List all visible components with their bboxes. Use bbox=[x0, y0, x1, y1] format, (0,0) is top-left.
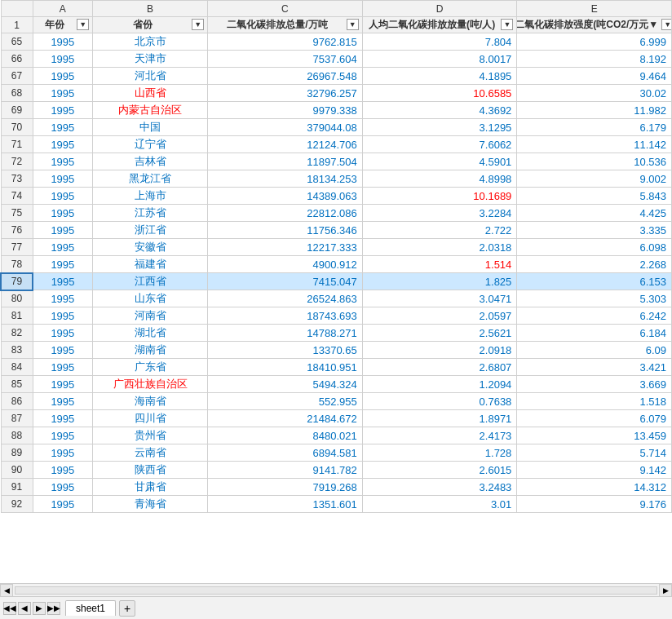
province-cell[interactable]: 辽宁省 bbox=[93, 136, 208, 153]
year-cell[interactable]: 1995 bbox=[33, 85, 93, 102]
co2-total-cell[interactable]: 32796.257 bbox=[208, 85, 363, 102]
co2-per-capita-cell[interactable]: 10.1689 bbox=[362, 188, 517, 205]
co2-per-capita-cell[interactable]: 4.1895 bbox=[362, 68, 517, 85]
col-letter-a[interactable]: A bbox=[33, 1, 93, 17]
year-cell[interactable]: 1995 bbox=[33, 376, 93, 393]
co2-per-capita-cell[interactable]: 2.5621 bbox=[362, 325, 517, 342]
co2-per-capita-cell[interactable]: 1.825 bbox=[362, 273, 517, 290]
year-cell[interactable]: 1995 bbox=[33, 222, 93, 239]
co2-per-capita-cell[interactable]: 2.6015 bbox=[362, 462, 517, 479]
province-cell[interactable]: 天津市 bbox=[93, 51, 208, 68]
co2-intensity-cell[interactable]: 4.425 bbox=[517, 205, 672, 222]
province-cell[interactable]: 云南省 bbox=[93, 444, 208, 462]
year-cell[interactable]: 1995 bbox=[33, 410, 93, 427]
co2-total-cell[interactable]: 18134.253 bbox=[208, 170, 363, 188]
year-cell[interactable]: 1995 bbox=[33, 205, 93, 222]
co2-per-capita-cell[interactable]: 1.2094 bbox=[362, 376, 517, 393]
year-cell[interactable]: 1995 bbox=[33, 188, 93, 205]
co2-total-cell[interactable]: 22812.086 bbox=[208, 205, 363, 222]
province-cell[interactable]: 北京市 bbox=[93, 33, 208, 51]
co2-per-capita-cell[interactable]: 7.6062 bbox=[362, 136, 517, 153]
co2-per-capita-cell[interactable]: 2.0318 bbox=[362, 239, 517, 256]
co2-intensity-cell[interactable]: 9.002 bbox=[517, 170, 672, 188]
year-cell[interactable]: 1995 bbox=[33, 427, 93, 444]
co2-per-capita-cell[interactable]: 4.5901 bbox=[362, 153, 517, 170]
co2-per-capita-cell[interactable]: 3.0471 bbox=[362, 290, 517, 307]
province-cell[interactable]: 黑龙江省 bbox=[93, 170, 208, 188]
co2-per-capita-cell[interactable]: 1.728 bbox=[362, 444, 517, 462]
col-b-filter[interactable]: ▼ bbox=[192, 19, 204, 30]
co2-total-cell[interactable]: 4900.912 bbox=[208, 256, 363, 273]
co2-total-cell[interactable]: 379044.08 bbox=[208, 119, 363, 136]
year-cell[interactable]: 1995 bbox=[33, 102, 93, 119]
co2-intensity-cell[interactable]: 11.982 bbox=[517, 102, 672, 119]
co2-total-cell[interactable]: 11756.346 bbox=[208, 222, 363, 239]
add-sheet-button[interactable]: + bbox=[119, 600, 135, 617]
province-cell[interactable]: 广西壮族自治区 bbox=[93, 376, 208, 393]
year-cell[interactable]: 1995 bbox=[33, 325, 93, 342]
col-letter-c[interactable]: C bbox=[208, 1, 363, 17]
co2-total-cell[interactable]: 13370.65 bbox=[208, 342, 363, 359]
nav-next-btn[interactable]: ▶ bbox=[33, 602, 46, 615]
co2-per-capita-cell[interactable]: 4.8998 bbox=[362, 170, 517, 188]
province-cell[interactable]: 湖南省 bbox=[93, 342, 208, 359]
co2-total-cell[interactable]: 7415.047 bbox=[208, 273, 363, 290]
year-cell[interactable]: 1995 bbox=[33, 239, 93, 256]
province-cell[interactable]: 甘肃省 bbox=[93, 479, 208, 496]
co2-intensity-cell[interactable]: 6.079 bbox=[517, 410, 672, 427]
co2-intensity-cell[interactable]: 14.312 bbox=[517, 479, 672, 496]
co2-total-cell[interactable]: 21484.672 bbox=[208, 410, 363, 427]
province-cell[interactable]: 河南省 bbox=[93, 307, 208, 325]
province-cell[interactable]: 陕西省 bbox=[93, 462, 208, 479]
year-cell[interactable]: 1995 bbox=[33, 290, 93, 307]
co2-intensity-cell[interactable]: 9.464 bbox=[517, 68, 672, 85]
year-cell[interactable]: 1995 bbox=[33, 153, 93, 170]
co2-per-capita-cell[interactable]: 10.6585 bbox=[362, 85, 517, 102]
province-cell[interactable]: 山东省 bbox=[93, 290, 208, 307]
co2-per-capita-cell[interactable]: 1.8971 bbox=[362, 410, 517, 427]
col-letter-d[interactable]: D bbox=[362, 1, 517, 17]
co2-intensity-cell[interactable]: 1.518 bbox=[517, 393, 672, 410]
year-cell[interactable]: 1995 bbox=[33, 462, 93, 479]
co2-intensity-cell[interactable]: 5.714 bbox=[517, 444, 672, 462]
province-cell[interactable]: 中国 bbox=[93, 119, 208, 136]
co2-intensity-cell[interactable]: 6.242 bbox=[517, 307, 672, 325]
province-cell[interactable]: 上海市 bbox=[93, 188, 208, 205]
co2-per-capita-cell[interactable]: 3.01 bbox=[362, 496, 517, 513]
year-cell[interactable]: 1995 bbox=[33, 496, 93, 513]
province-cell[interactable]: 河北省 bbox=[93, 68, 208, 85]
co2-intensity-cell[interactable]: 6.098 bbox=[517, 239, 672, 256]
province-cell[interactable]: 四川省 bbox=[93, 410, 208, 427]
province-cell[interactable]: 海南省 bbox=[93, 393, 208, 410]
co2-intensity-cell[interactable]: 9.176 bbox=[517, 496, 672, 513]
province-cell[interactable]: 青海省 bbox=[93, 496, 208, 513]
province-cell[interactable]: 安徽省 bbox=[93, 239, 208, 256]
col-letter-e[interactable]: E bbox=[517, 1, 672, 17]
year-cell[interactable]: 1995 bbox=[33, 68, 93, 85]
co2-intensity-cell[interactable]: 13.459 bbox=[517, 427, 672, 444]
scroll-track[interactable] bbox=[15, 586, 657, 595]
year-cell[interactable]: 1995 bbox=[33, 393, 93, 410]
nav-prev-btn[interactable]: ◀ bbox=[18, 602, 31, 615]
year-cell[interactable]: 1995 bbox=[33, 170, 93, 188]
province-cell[interactable]: 山西省 bbox=[93, 85, 208, 102]
year-cell[interactable]: 1995 bbox=[33, 33, 93, 51]
co2-intensity-cell[interactable]: 5.843 bbox=[517, 188, 672, 205]
co2-per-capita-cell[interactable]: 1.514 bbox=[362, 256, 517, 273]
year-cell[interactable]: 1995 bbox=[33, 342, 93, 359]
year-cell[interactable]: 1995 bbox=[33, 307, 93, 325]
province-cell[interactable]: 江西省 bbox=[93, 273, 208, 290]
year-cell[interactable]: 1995 bbox=[33, 51, 93, 68]
province-cell[interactable]: 内蒙古自治区 bbox=[93, 102, 208, 119]
col-c-filter[interactable]: ▼ bbox=[347, 19, 359, 30]
co2-intensity-cell[interactable]: 2.268 bbox=[517, 256, 672, 273]
co2-per-capita-cell[interactable]: 2.0918 bbox=[362, 342, 517, 359]
co2-intensity-cell[interactable]: 6.184 bbox=[517, 325, 672, 342]
co2-per-capita-cell[interactable]: 0.7638 bbox=[362, 393, 517, 410]
co2-per-capita-cell[interactable]: 2.4173 bbox=[362, 427, 517, 444]
col-d-filter[interactable]: ▼ bbox=[501, 19, 513, 30]
co2-intensity-cell[interactable]: 30.02 bbox=[517, 85, 672, 102]
co2-total-cell[interactable]: 9762.815 bbox=[208, 33, 363, 51]
co2-per-capita-cell[interactable]: 8.0017 bbox=[362, 51, 517, 68]
co2-total-cell[interactable]: 26524.863 bbox=[208, 290, 363, 307]
